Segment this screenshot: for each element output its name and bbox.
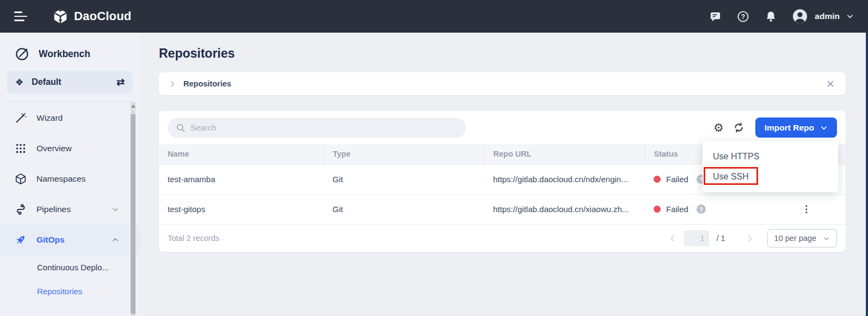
sidebar-item-label: Overview bbox=[36, 144, 72, 153]
sidebar-item-overview[interactable]: Overview bbox=[0, 133, 140, 164]
brand-name: DaoCloud bbox=[74, 9, 131, 23]
sidebar-item-label: GitOps bbox=[36, 235, 65, 245]
sidebar-item-wizard[interactable]: Wizard bbox=[0, 103, 140, 133]
repo-type: Git bbox=[324, 164, 484, 194]
toolbar: ⚙ Import Repo bbox=[159, 111, 846, 144]
table-footer: Total 2 records 1 / 1 10 per page bbox=[159, 224, 846, 252]
row-actions-icon[interactable]: ⋮ bbox=[802, 204, 811, 214]
import-repo-button[interactable]: Import Repo bbox=[755, 117, 837, 138]
scrollbar-thumb[interactable] bbox=[131, 114, 136, 314]
menu-item-use-ssh[interactable]: Use SSH bbox=[703, 166, 838, 187]
status-dot-failed bbox=[654, 206, 661, 213]
chevron-up-icon bbox=[112, 236, 119, 244]
chevron-down-icon bbox=[112, 206, 119, 213]
sidebar-subitem-continuous-deployment[interactable]: Continuous Deplo... bbox=[0, 255, 140, 279]
cube-icon bbox=[15, 173, 27, 185]
workbench-icon bbox=[15, 47, 29, 61]
message-icon[interactable] bbox=[709, 10, 722, 23]
grid-dots-icon bbox=[15, 142, 27, 154]
table-row[interactable]: test-gitops Git https://gitlab.daocloud.… bbox=[159, 194, 846, 224]
repo-url: https://gitlab.daocloud.cn/ndx/engin... bbox=[484, 164, 645, 194]
menu-icon[interactable] bbox=[14, 11, 28, 22]
module-label: Workbench bbox=[39, 48, 90, 60]
page-title: Repositories bbox=[159, 46, 846, 61]
per-page-select[interactable]: 10 per page bbox=[767, 229, 837, 247]
breadcrumb: Repositories ✕ bbox=[159, 72, 846, 95]
right-edge-strip bbox=[866, 33, 868, 316]
daocloud-cube-icon bbox=[52, 8, 69, 24]
workspace-selector[interactable]: ❖ Default ⇄ bbox=[7, 71, 133, 94]
workspace-icon: ❖ bbox=[15, 78, 23, 87]
page-count: / 1 bbox=[716, 234, 725, 243]
brand-logo[interactable]: DaoCloud bbox=[52, 8, 131, 24]
sidebar: Workbench ❖ Default ⇄ bbox=[0, 33, 140, 316]
workspace-label: Default bbox=[32, 77, 61, 87]
sidebar-item-gitops[interactable]: GitOps bbox=[0, 225, 140, 255]
chevron-right-icon[interactable] bbox=[169, 80, 176, 88]
import-repo-dropdown: Use HTTPS Use SSH bbox=[703, 141, 838, 192]
avatar-icon bbox=[792, 8, 808, 24]
import-repo-label: Import Repo bbox=[765, 123, 814, 133]
sidebar-nav: Wizard Overview bbox=[0, 103, 140, 303]
total-records: Total 2 records bbox=[168, 234, 219, 243]
repo-type: Git bbox=[324, 194, 484, 224]
pagination: 1 / 1 10 per page bbox=[669, 229, 837, 247]
sidebar-scrollbar[interactable] bbox=[131, 102, 136, 316]
pipeline-icon bbox=[15, 203, 27, 215]
daocloud-app: DaoCloud ? bbox=[0, 0, 868, 316]
menu-item-use-https[interactable]: Use HTTPS bbox=[703, 146, 838, 166]
chevron-down-icon bbox=[846, 13, 854, 20]
close-icon[interactable]: ✕ bbox=[826, 79, 835, 89]
scroll-up-arrow[interactable] bbox=[131, 104, 136, 108]
svg-text:?: ? bbox=[741, 13, 745, 20]
column-header-type[interactable]: Type bbox=[324, 144, 484, 164]
sidebar-item-label: Pipelines bbox=[36, 205, 71, 214]
wand-icon bbox=[15, 112, 27, 124]
refresh-icon[interactable] bbox=[733, 122, 744, 133]
status-dot-failed bbox=[654, 176, 661, 183]
sidebar-subitem-label: Continuous Deplo... bbox=[37, 263, 109, 272]
main-content: Repositories Repositories ✕ bbox=[140, 33, 868, 316]
breadcrumb-item[interactable]: Repositories bbox=[183, 79, 231, 88]
status-badge: Failed ? bbox=[654, 205, 767, 214]
status-help-icon[interactable]: ? bbox=[697, 205, 706, 214]
column-header-name[interactable]: Name bbox=[159, 144, 324, 164]
settings-gear-icon[interactable]: ⚙ bbox=[713, 122, 724, 133]
prev-page-icon[interactable] bbox=[669, 234, 677, 243]
sidebar-subitem-label: Repositories bbox=[37, 287, 82, 296]
repo-name[interactable]: test-gitops bbox=[159, 194, 324, 224]
column-header-repo-url[interactable]: Repo URL bbox=[484, 144, 645, 164]
next-page-icon[interactable] bbox=[746, 234, 754, 243]
repo-name[interactable]: test-amamba bbox=[159, 164, 324, 194]
status-label: Failed bbox=[666, 175, 688, 184]
sidebar-item-label: Wizard bbox=[36, 113, 63, 123]
sidebar-item-label: Namespaces bbox=[36, 174, 85, 184]
repo-url: https://gitlab.daocloud.cn/xiaowu.zh... bbox=[484, 194, 645, 224]
rocket-icon bbox=[15, 234, 27, 246]
per-page-value: 10 per page bbox=[774, 234, 816, 243]
search-input[interactable] bbox=[190, 123, 458, 132]
topbar: DaoCloud ? bbox=[0, 0, 868, 33]
chevron-down-icon bbox=[820, 124, 828, 132]
sidebar-item-pipelines[interactable]: Pipelines bbox=[0, 194, 140, 225]
current-page-input[interactable]: 1 bbox=[684, 230, 709, 246]
sidebar-subitem-repositories[interactable]: Repositories bbox=[0, 279, 140, 303]
switch-workspace-icon[interactable]: ⇄ bbox=[116, 77, 125, 87]
username: admin bbox=[815, 11, 840, 21]
sidebar-divider bbox=[7, 101, 133, 102]
sidebar-item-namespaces[interactable]: Namespaces bbox=[0, 164, 140, 194]
user-menu[interactable]: admin bbox=[792, 8, 854, 24]
bell-icon[interactable] bbox=[764, 10, 777, 23]
chevron-down-icon bbox=[823, 235, 830, 242]
search-icon bbox=[176, 123, 186, 133]
sidebar-module[interactable]: Workbench bbox=[0, 33, 140, 61]
status-label: Failed bbox=[666, 205, 688, 214]
search-box[interactable] bbox=[168, 118, 466, 138]
repositories-panel: ⚙ Import Repo bbox=[159, 111, 846, 252]
help-icon[interactable]: ? bbox=[736, 10, 749, 23]
